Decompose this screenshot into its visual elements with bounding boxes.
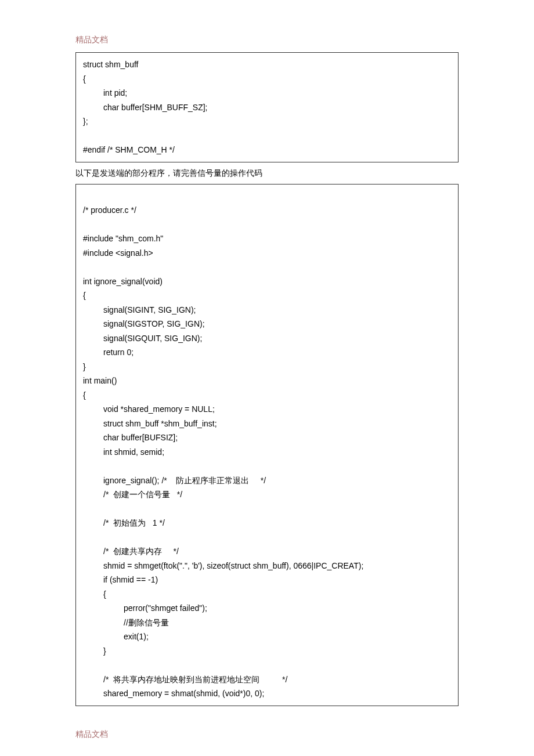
page-footer: 精品文档 <box>75 729 459 740</box>
document-page: 精品文档 struct shm_buff{int pid;char buffer… <box>0 0 534 756</box>
code-line: char buffer[SHM_BUFF_SZ]; <box>83 100 451 115</box>
code-line: { <box>83 288 451 303</box>
code-line <box>83 502 451 516</box>
code-line: int ignore_signal(void) <box>83 274 451 289</box>
code-line <box>83 260 451 274</box>
code-line: } <box>83 360 451 374</box>
code-line: { <box>83 587 451 602</box>
code-line: { <box>83 72 451 86</box>
code-line: struct shm_buff *shm_buff_inst; <box>83 417 451 431</box>
code-line: #include "shm_com.h" <box>83 231 451 246</box>
page-header: 精品文档 <box>75 35 459 45</box>
code-line: }; <box>83 114 451 129</box>
code-line: } <box>83 644 451 659</box>
code-line: int pid; <box>83 86 451 100</box>
code-line: signal(SIGINT, SIG_IGN); <box>83 303 451 317</box>
code-line <box>83 129 451 143</box>
code-line: void *shared_memory = NULL; <box>83 402 451 417</box>
code-line: exit(1); <box>83 630 451 644</box>
code-block-producer: /* producer.c */#include "shm_com.h"#inc… <box>75 184 459 706</box>
code-line: /* 将共享内存地址映射到当前进程地址空间 */ <box>83 672 451 687</box>
code-line: /* 初始值为 1 */ <box>83 516 451 530</box>
code-line: //删除信号量 <box>83 616 451 630</box>
code-line: return 0; <box>83 345 451 360</box>
code-line <box>83 658 451 672</box>
code-line: signal(SIGQUIT, SIG_IGN); <box>83 331 451 346</box>
code-line: shmid = shmget(ftok(".", 'b'), sizeof(st… <box>83 559 451 573</box>
code-line <box>83 530 451 545</box>
code-block-header-file: struct shm_buff{int pid;char buffer[SHM_… <box>75 52 459 162</box>
code-line: { <box>83 388 451 403</box>
code-line: if (shmid == -1) <box>83 573 451 587</box>
code-line: #endif /* SHM_COM_H */ <box>83 143 451 157</box>
code-line: /* 创建共享内存 */ <box>83 544 451 559</box>
code-line: #include <signal.h> <box>83 246 451 261</box>
code-line: /* producer.c */ <box>83 203 451 218</box>
code-line: signal(SIGSTOP, SIG_IGN); <box>83 317 451 331</box>
code-line: struct shm_buff <box>83 57 451 72</box>
code-line <box>83 218 451 232</box>
instruction-text: 以下是发送端的部分程序，请完善信号量的操作代码 <box>75 166 459 180</box>
code-line: /* 创建一个信号量 */ <box>83 487 451 502</box>
code-line: int main() <box>83 374 451 388</box>
code-line: perror("shmget failed"); <box>83 601 451 616</box>
code-line <box>83 189 451 204</box>
code-line: ignore_signal(); /* 防止程序非正常退出 */ <box>83 473 451 488</box>
code-line <box>83 459 451 473</box>
code-line: int shmid, semid; <box>83 445 451 460</box>
code-line: char buffer[BUFSIZ]; <box>83 431 451 445</box>
code-line: shared_memory = shmat(shmid, (void*)0, 0… <box>83 686 451 701</box>
